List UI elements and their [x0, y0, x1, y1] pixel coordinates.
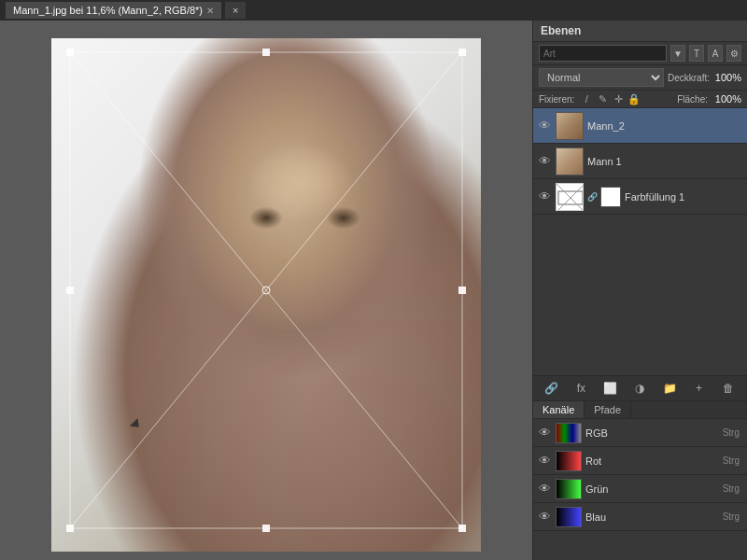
channel-item-rot[interactable]: 👁 Rot Strg	[533, 447, 747, 475]
svg-line-13	[557, 184, 584, 211]
lock-icons: / ✎ ✛ 🔒	[580, 92, 641, 105]
opacity-label: Deckkraft:	[668, 73, 710, 83]
channels-panel: Kanäle Pfade 👁 RGB Strg 👁 R	[533, 401, 747, 560]
channel-shortcut-grun: Strg	[723, 483, 740, 494]
layer-name-farbfullung: Farbfüllung 1	[625, 191, 743, 203]
lock-row: Fixieren: / ✎ ✛ 🔒 Fläche: 100%	[533, 91, 747, 108]
channel-name-blau: Blau	[585, 511, 719, 523]
main-layout: Ebenen ▼ T A ⚙ Normal Deckkraft: 100%	[0, 21, 747, 560]
layers-icon-btn1[interactable]: T	[689, 45, 704, 62]
layer-mask-thumbnail	[600, 187, 621, 207]
layers-link-btn[interactable]: 🔗	[543, 379, 561, 398]
layer-item-mann1[interactable]: 👁 Mann 1	[533, 144, 747, 179]
tab-kanale[interactable]: Kanäle	[533, 401, 585, 418]
layers-icon-btn3[interactable]: ⚙	[726, 45, 741, 62]
canvas[interactable]	[51, 38, 481, 552]
layer-name-mann1: Mann 1	[587, 156, 743, 167]
channel-item-grun[interactable]: 👁 Grün Strg	[533, 475, 747, 503]
lock-transparent-btn[interactable]: /	[580, 92, 593, 105]
layer-thumbnail-mann1	[556, 147, 584, 175]
blend-mode-row: Normal Deckkraft: 100%	[533, 65, 747, 91]
layer-item-farbfullung[interactable]: 👁 🔗 Farbfüllung 1	[533, 179, 747, 215]
channels-list: 👁 RGB Strg 👁 Rot Strg 👁 Grün	[533, 419, 747, 560]
layer-visibility-mann1[interactable]: 👁	[537, 154, 552, 169]
layers-fx-btn[interactable]: fx	[571, 379, 590, 398]
title-bar: Mann_1.jpg bei 11,6% (Mann_2, RGB/8*) ✕ …	[0, 0, 747, 21]
layers-icon-btn2[interactable]: A	[708, 45, 723, 62]
tab2-label: ×	[233, 5, 238, 16]
lock-all-btn[interactable]: 🔒	[627, 92, 641, 105]
layers-panel: Ebenen ▼ T A ⚙ Normal Deckkraft: 100%	[533, 21, 747, 401]
layer-item-mann2[interactable]: 👁 Mann_2	[533, 108, 747, 144]
canvas-area[interactable]	[0, 21, 532, 560]
channel-shortcut-rot: Strg	[723, 455, 740, 466]
channel-shortcut-blau: Strg	[723, 511, 740, 522]
tab-pfade[interactable]: Pfade	[585, 401, 631, 418]
layers-search-input[interactable]	[539, 45, 667, 62]
channel-visibility-grun[interactable]: 👁	[537, 482, 552, 497]
layers-bottom-toolbar: 🔗 fx ⬜ ◑ 📁 + 🗑	[533, 375, 747, 400]
channel-name-rot: Rot	[585, 455, 719, 467]
fill-value: 100%	[713, 93, 741, 105]
layer-visibility-mann2[interactable]: 👁	[537, 119, 552, 133]
channel-shortcut-rgb: Strg	[723, 427, 740, 438]
face-detail	[51, 38, 481, 552]
channel-name-rgb: RGB	[585, 427, 719, 439]
layers-mask-btn[interactable]: ⬜	[601, 379, 620, 398]
layer-thumbnail-farbfullung	[556, 183, 584, 211]
channel-name-grun: Grün	[585, 483, 719, 495]
layers-adjust-btn[interactable]: ◑	[630, 379, 649, 398]
layers-delete-btn[interactable]: 🗑	[719, 379, 738, 398]
tab-close-button[interactable]: ✕	[206, 6, 214, 16]
layers-list: 👁 Mann_2 👁 Mann 1 👁	[533, 108, 747, 375]
channels-tabs: Kanäle Pfade	[533, 401, 747, 419]
layer-thumbnail-mann2	[556, 112, 584, 140]
layers-filter-btn[interactable]: ▼	[670, 45, 685, 62]
blend-mode-select[interactable]: Normal	[539, 68, 664, 87]
lock-label: Fixieren:	[539, 94, 574, 105]
layer-name-mann2: Mann_2	[587, 120, 743, 132]
channel-visibility-blau[interactable]: 👁	[537, 510, 552, 525]
channel-thumbnail-rgb	[556, 423, 582, 443]
channel-visibility-rot[interactable]: 👁	[537, 454, 552, 469]
layers-panel-title: Ebenen	[533, 21, 747, 42]
opacity-value: 100%	[713, 72, 741, 83]
fill-label: Fläche:	[677, 94, 708, 105]
canvas-container	[9, 39, 523, 551]
channel-item-rgb[interactable]: 👁 RGB Strg	[533, 419, 747, 447]
active-tab[interactable]: Mann_1.jpg bei 11,6% (Mann_2, RGB/8*) ✕	[6, 2, 221, 19]
lock-pixels-btn[interactable]: ✎	[596, 92, 609, 105]
layer-visibility-farbfullung[interactable]: 👁	[537, 189, 552, 204]
channel-visibility-rgb[interactable]: 👁	[537, 426, 552, 441]
lock-pos-btn[interactable]: ✛	[612, 92, 625, 105]
channel-item-blau[interactable]: 👁 Blau Strg	[533, 503, 747, 531]
tab-label: Mann_1.jpg bei 11,6% (Mann_2, RGB/8*)	[13, 5, 203, 16]
right-panel: Ebenen ▼ T A ⚙ Normal Deckkraft: 100%	[532, 21, 747, 560]
channel-thumbnail-rot	[556, 451, 582, 471]
layers-group-btn[interactable]: 📁	[660, 379, 679, 398]
channel-thumbnail-grun	[556, 479, 582, 499]
layers-add-btn[interactable]: +	[690, 379, 709, 398]
secondary-tab[interactable]: ×	[225, 2, 246, 19]
layer-link-icon: 🔗	[587, 192, 597, 202]
opacity-row: Deckkraft: 100%	[668, 72, 741, 83]
channel-thumbnail-blau	[556, 507, 582, 527]
layers-controls: ▼ T A ⚙	[533, 42, 747, 65]
